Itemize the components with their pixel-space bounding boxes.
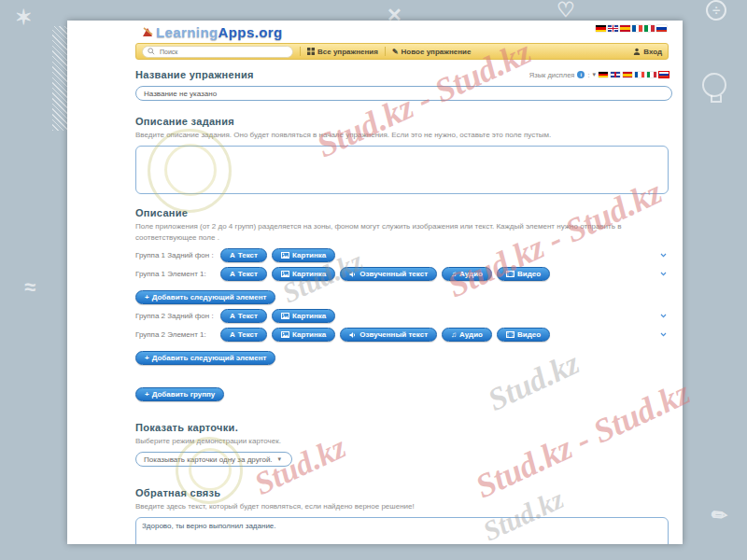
text-icon: A [230,331,235,339]
plus-icon: + [145,355,149,362]
search-box[interactable] [142,46,293,58]
chevron-down-icon[interactable]: ▾ [592,71,596,78]
group2-element-row: Группа 2 Элемент 1: AТекст Картинка Озву… [135,328,669,342]
lang-flag-english-icon[interactable] [611,72,620,77]
logo[interactable]: LearningApps.org [141,21,669,40]
flag-italian-icon[interactable] [644,25,655,32]
doodle-heart: ♡ [557,0,575,22]
lang-flag-russian-icon[interactable] [659,72,669,77]
page-card: LearningApps.org Все упражнения [67,21,683,544]
doodle-lightbulb-icon [702,73,726,97]
lang-flag-french-icon[interactable] [635,72,644,77]
header-language-flags [596,25,667,32]
exercise-form: Название упражнения Язык дисплея i : ▾ О… [135,69,669,544]
group2-el-video-button[interactable]: Видео [497,328,550,342]
feedback-hint: Введите здесь текст, который будет появл… [135,501,663,512]
search-icon [148,48,155,55]
group1-el-collapse-chevron-icon[interactable] [660,272,667,276]
add-group-button[interactable]: +Добавить группу [135,387,224,401]
card-mode-select[interactable]: Показывать карточки одну за другой. ▾ [135,452,292,467]
group2-background-row: Группа 2 Задний фон : AТекст Картинка [135,309,669,323]
doodle-division-icon: ÷ [706,0,726,21]
menu-all-exercises-label: Все упражнения [317,48,378,56]
music-note-icon: ♫ [451,271,457,278]
text-icon: A [230,313,235,320]
group1-bg-text-button[interactable]: AТекст [220,248,267,262]
speaker-icon [349,331,357,339]
group2-bg-collapse-chevron-icon[interactable] [660,314,667,318]
text-icon: A [230,271,235,278]
task-description-heading: Описание задания [135,116,669,127]
group1-bg-image-button[interactable]: Картинка [272,248,335,262]
task-description-textarea[interactable] [135,146,669,194]
group2-bg-image-button[interactable]: Картинка [272,309,335,323]
login-button[interactable]: Вход [633,48,662,56]
card-mode-value: Показывать карточки одну за другой. [144,455,273,464]
group1-add-element-button[interactable]: +Добавить следующий элемент [135,290,275,304]
task-description-hint: Введите описание задания. Оно будет появ… [135,130,663,141]
flag-english-icon[interactable] [608,25,618,32]
music-note-icon: ♫ [451,331,457,339]
video-icon [506,331,514,338]
picture-icon [281,313,289,319]
description-heading: Описание [135,207,669,218]
chevron-down-icon: ▾ [278,455,282,463]
group2-el-image-button[interactable]: Картинка [272,328,335,342]
show-cards-heading: Показать карточки. [135,422,669,433]
group1-background-row: Группа 1 Задний фон : AТекст Картинка [135,248,669,262]
group1-element-label: Группа 1 Элемент 1: [135,270,216,278]
group2-add-element-button[interactable]: +Добавить следующий элемент [135,351,275,365]
toolbar-divider [385,47,386,56]
plus-icon: + [145,294,149,301]
group1-el-video-button[interactable]: Видео [497,267,550,281]
search-input[interactable] [158,48,288,56]
menu-new-exercise-label: Новое упражнение [402,48,472,56]
flag-spanish-icon[interactable] [620,25,630,32]
title-heading: Название упражнения [135,69,254,80]
lang-flag-italian-icon[interactable] [647,72,656,77]
menu-all-exercises[interactable]: Все упражнения [307,48,378,56]
group1-el-text-button[interactable]: AТекст [220,267,267,281]
flag-german-icon[interactable] [596,25,606,32]
feedback-heading: Обратная связь [135,487,669,498]
group2-element-label: Группа 2 Элемент 1: [135,330,216,339]
toolbar-divider [300,47,301,56]
display-language-colon: : [587,71,589,79]
doodle-pencil-icon: ✎ [706,501,732,528]
picture-icon [281,271,289,277]
group2-el-speech-button[interactable]: Озвученный текст [340,328,437,342]
group1-el-speech-button[interactable]: Озвученный текст [340,267,437,281]
group2-el-audio-button[interactable]: ♫Аудио [442,328,492,342]
login-label: Вход [643,48,662,56]
pencil-icon: ✎ [392,48,399,56]
display-language-label: Язык дисплея [529,71,575,79]
picture-icon [281,331,289,338]
lang-flag-german-icon[interactable] [599,72,608,77]
group1-el-image-button[interactable]: Картинка [272,267,335,281]
plus-icon: + [145,391,149,399]
group1-background-label: Группа 1 Задний фон : [135,251,216,259]
exercise-title-input[interactable] [135,86,672,101]
menu-new-exercise[interactable]: ✎ Новое упражнение [392,48,472,56]
show-cards-hint: Выберите режим демонстрации карточек. [135,436,663,447]
info-icon[interactable]: i [577,71,585,78]
group1-el-audio-button[interactable]: ♫Аудио [442,267,492,281]
description-hint: Поле приложения (от 2 до 4 групп) раздел… [135,221,663,244]
group2-background-label: Группа 2 Задний фон : [135,312,216,320]
logo-mark-icon [141,25,156,38]
group1-bg-collapse-chevron-icon[interactable] [660,253,667,258]
group2-bg-text-button[interactable]: AТекст [220,309,267,323]
logo-text: LearningApps.org [156,24,283,40]
display-language-row: Язык дисплея i : ▾ [529,71,669,79]
user-icon [633,48,641,55]
flag-french-icon[interactable] [632,25,642,32]
group2-el-collapse-chevron-icon[interactable] [660,332,667,337]
flag-russian-icon[interactable] [656,25,667,32]
text-icon: A [230,252,235,259]
group2-el-text-button[interactable]: AТекст [220,328,267,342]
speaker-icon [349,271,357,278]
video-icon [506,271,514,277]
feedback-textarea[interactable]: Здорово, ты верно выполнил задание. [135,517,669,544]
group1-element-row: Группа 1 Элемент 1: AТекст Картинка Озву… [135,267,669,281]
lang-flag-spanish-icon[interactable] [623,72,632,77]
